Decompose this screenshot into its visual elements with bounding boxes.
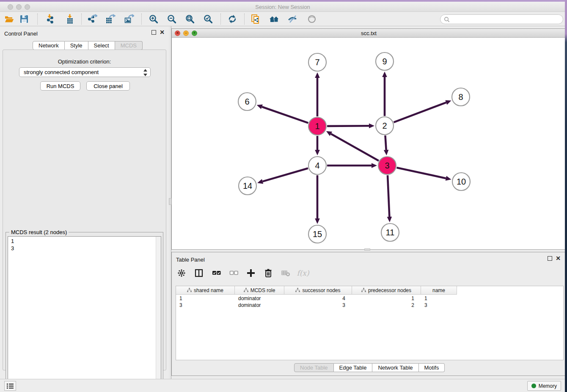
- tab-mcds[interactable]: MCDS: [115, 41, 143, 50]
- float-panel-icon[interactable]: [548, 256, 552, 261]
- export-network-icon[interactable]: [85, 13, 99, 25]
- node-14[interactable]: 14: [239, 177, 256, 195]
- node-9[interactable]: 9: [376, 52, 394, 70]
- split-columns-icon[interactable]: [193, 268, 204, 279]
- table-tab-motifs[interactable]: Motifs: [419, 363, 445, 372]
- edge-1-2[interactable]: [327, 123, 374, 128]
- run-mcds-button[interactable]: Run MCDS: [40, 81, 80, 91]
- node-1[interactable]: 1: [308, 117, 326, 135]
- edge-4-14[interactable]: [257, 168, 308, 184]
- edge-2-8[interactable]: [394, 100, 451, 122]
- edge-1-7[interactable]: [315, 72, 320, 116]
- node-15[interactable]: 15: [308, 225, 326, 243]
- export-image-icon[interactable]: [122, 13, 136, 25]
- table-row[interactable]: 3dominator323: [176, 302, 457, 309]
- table-row[interactable]: 1dominator411: [176, 295, 457, 302]
- cell-MCDS-role[interactable]: dominator: [235, 295, 284, 302]
- node-6[interactable]: 6: [238, 93, 256, 110]
- cell-predecessor-nodes[interactable]: 1: [352, 295, 421, 302]
- edge-2-9[interactable]: [382, 72, 387, 116]
- table-tab-network-table[interactable]: Network Table: [372, 363, 418, 372]
- column-header-name[interactable]: name: [421, 286, 457, 295]
- node-10[interactable]: 10: [452, 173, 470, 190]
- edge-3-11[interactable]: [387, 175, 392, 222]
- import-table-icon[interactable]: [63, 13, 77, 25]
- cell-MCDS-role[interactable]: dominator: [235, 302, 284, 309]
- save-session-icon[interactable]: [17, 13, 31, 25]
- close-panel-icon[interactable]: ✕: [556, 256, 561, 261]
- edge-3-1[interactable]: [326, 131, 379, 161]
- node-4[interactable]: 4: [308, 157, 326, 174]
- list-icon: [7, 383, 14, 389]
- svg-text:3: 3: [385, 161, 389, 170]
- edge-4-15[interactable]: [315, 175, 320, 224]
- eye-icon[interactable]: [305, 13, 319, 25]
- memory-button[interactable]: Memory: [527, 381, 561, 391]
- mcds-result-list[interactable]: 13: [8, 236, 161, 391]
- node-2[interactable]: 2: [376, 117, 394, 135]
- refresh-layout-icon[interactable]: [226, 13, 239, 25]
- scrollbar[interactable]: [156, 237, 161, 390]
- table-tab-edge-table[interactable]: Edge Table: [334, 363, 373, 372]
- delete-column-icon[interactable]: [263, 268, 274, 279]
- edge-1-4[interactable]: [315, 136, 320, 155]
- edge-1-6[interactable]: [257, 105, 308, 123]
- node-3[interactable]: 3: [378, 157, 396, 174]
- mcds-result-box: MCDS result (2 nodes) 13: [6, 232, 163, 392]
- tab-style[interactable]: Style: [65, 41, 88, 50]
- svg-text:11: 11: [386, 228, 395, 237]
- horizontal-splitter-handle[interactable]: [364, 248, 370, 251]
- open-session-icon[interactable]: [3, 13, 16, 25]
- toolbar-separator: [141, 14, 142, 25]
- add-column-icon[interactable]: [245, 268, 256, 279]
- network-canvas[interactable]: 7968124314101511: [172, 38, 566, 250]
- cell-name[interactable]: 1: [421, 295, 457, 302]
- zoom-in-icon[interactable]: [147, 13, 160, 25]
- network-window-titlebar[interactable]: ✕ − + scc.txt: [172, 29, 566, 38]
- criterion-dropdown[interactable]: strongly connected component: [19, 67, 151, 77]
- node-7[interactable]: 7: [308, 53, 326, 71]
- edge-3-10[interactable]: [396, 168, 451, 181]
- edge-4-3[interactable]: [327, 163, 377, 168]
- tab-network[interactable]: Network: [33, 41, 65, 50]
- search-field[interactable]: [440, 14, 563, 24]
- node-8[interactable]: 8: [452, 88, 470, 106]
- tab-select[interactable]: Select: [88, 41, 115, 50]
- import-network-icon[interactable]: [43, 13, 56, 25]
- edge-2-3[interactable]: [384, 135, 389, 155]
- export-table-icon[interactable]: [104, 13, 117, 25]
- close-panel-button[interactable]: Close panel: [86, 81, 130, 91]
- cell-shared-name[interactable]: 1: [176, 295, 235, 302]
- home-icon[interactable]: [267, 13, 281, 25]
- svg-text:9: 9: [382, 57, 387, 66]
- zoom-selected-icon[interactable]: [201, 13, 215, 25]
- cell-name[interactable]: 3: [421, 302, 457, 309]
- node-11[interactable]: 11: [381, 224, 399, 241]
- zoom-fit-icon[interactable]: [183, 13, 197, 25]
- control-panel: Control Panel ✕ NetworkStyleSelectMCDS O…: [0, 26, 169, 373]
- svg-text:14: 14: [243, 181, 252, 190]
- float-panel-icon[interactable]: [151, 30, 156, 35]
- task-history-button[interactable]: [4, 381, 16, 391]
- select-all-icon[interactable]: [211, 268, 222, 279]
- status-bar: Memory: [0, 379, 565, 392]
- network-view-window: ✕ − + scc.txt 7968124314101511: [171, 28, 566, 250]
- table-tab-node-table[interactable]: Node Table: [294, 363, 334, 372]
- cell-predecessor-nodes[interactable]: 2: [352, 302, 421, 309]
- search-input[interactable]: [450, 16, 563, 23]
- eye-slash-icon[interactable]: [286, 13, 299, 25]
- unselect-all-icon[interactable]: [228, 268, 239, 279]
- cell-successor-nodes[interactable]: 4: [284, 295, 352, 302]
- settings-icon[interactable]: [176, 268, 187, 279]
- close-panel-icon[interactable]: ✕: [160, 30, 165, 35]
- clone-network-icon[interactable]: [249, 13, 262, 25]
- column-header-successor-nodes[interactable]: successor nodes: [284, 286, 352, 295]
- column-header-predecessor-nodes[interactable]: predecessor nodes: [352, 286, 421, 295]
- zoom-out-icon[interactable]: [165, 13, 179, 25]
- svg-text:10: 10: [457, 177, 466, 186]
- cell-shared-name[interactable]: 3: [176, 302, 235, 309]
- column-header-shared-name[interactable]: shared name: [176, 286, 235, 295]
- column-header-MCDS-role[interactable]: MCDS role: [235, 286, 284, 295]
- table-header-row: shared nameMCDS rolesuccessor nodesprede…: [176, 286, 457, 295]
- cell-successor-nodes[interactable]: 3: [284, 302, 352, 309]
